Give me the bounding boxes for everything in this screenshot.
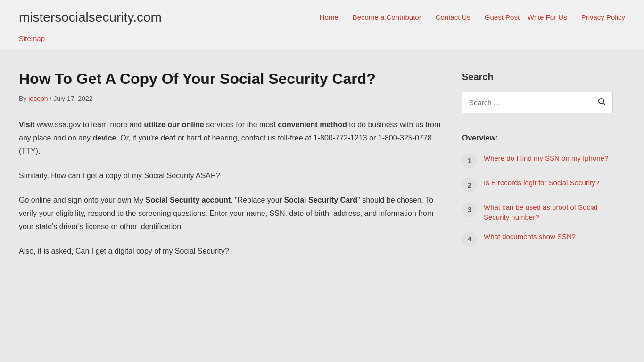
- overview-list: 1 Where do I find my SSN on my Iphone? 2…: [462, 153, 613, 247]
- sidebar: Search Overview: 1 Where do I find my SS…: [462, 69, 613, 269]
- overview-link-3[interactable]: What can be used as proof of Social Secu…: [484, 202, 613, 222]
- bold-device: device: [93, 134, 116, 142]
- svg-line-1: [603, 103, 604, 104]
- sidebar-search-section: Search: [462, 69, 613, 113]
- list-item: 1 Where do I find my SSN on my Iphone?: [462, 153, 613, 168]
- article-title: How To Get A Copy Of Your Social Securit…: [19, 69, 443, 89]
- bold-convenient: convenient method: [278, 121, 347, 129]
- search-box: [462, 92, 613, 113]
- search-button[interactable]: [591, 92, 612, 113]
- overview-number-4: 4: [462, 231, 477, 247]
- paragraph-4: Also, it is asked, Can I get a digital c…: [19, 245, 443, 258]
- nav-guest-post[interactable]: Guest Post – Write For Us: [485, 12, 567, 23]
- meta-author[interactable]: joseph: [28, 95, 48, 102]
- list-item: 3 What can be used as proof of Social Se…: [462, 202, 613, 222]
- bold-social-account: Social Security account: [146, 196, 231, 204]
- article-meta: By joseph / July 17, 2022: [19, 93, 443, 104]
- paragraph-1: Visit www.ssa.gov to learn more and util…: [19, 118, 443, 158]
- bold-visit: Visit: [19, 121, 35, 129]
- bottom-navigation: Sitemap: [19, 28, 625, 50]
- bold-utilize: utilize our online: [144, 121, 204, 129]
- list-item: 2 Is E records legit for Social Security…: [462, 178, 613, 193]
- overview-link-2[interactable]: Is E records legit for Social Security?: [484, 178, 599, 188]
- overview-link-4[interactable]: What documents show SSN?: [484, 231, 576, 241]
- top-navigation: Home Become a Contributor Contact Us Gue…: [320, 12, 625, 23]
- nav-privacy[interactable]: Privacy Policy: [581, 12, 625, 23]
- overview-number-2: 2: [462, 178, 477, 193]
- overview-number-3: 3: [462, 202, 477, 217]
- site-logo[interactable]: mistersocialsecurity.com: [19, 7, 162, 28]
- paragraph-2: Similarly, How can I get a copy of my So…: [19, 169, 443, 182]
- search-input[interactable]: [462, 93, 591, 112]
- meta-date: July 17, 2022: [53, 95, 92, 102]
- meta-separator: /: [50, 95, 51, 102]
- main-content: How To Get A Copy Of Your Social Securit…: [19, 69, 443, 269]
- search-title: Search: [462, 69, 613, 84]
- overview-number-1: 1: [462, 153, 477, 168]
- list-item: 4 What documents show SSN?: [462, 231, 613, 247]
- overview-title: Overview:: [462, 132, 613, 144]
- nav-contact[interactable]: Contact Us: [436, 12, 471, 23]
- sidebar-overview-section: Overview: 1 Where do I find my SSN on my…: [462, 132, 613, 247]
- nav-sitemap[interactable]: Sitemap: [19, 33, 45, 44]
- search-icon: [597, 97, 606, 106]
- nav-home[interactable]: Home: [320, 12, 339, 23]
- nav-contributor[interactable]: Become a Contributor: [353, 12, 421, 23]
- paragraph-3: Go online and sign onto your own My Soci…: [19, 194, 443, 233]
- meta-by: By: [19, 95, 26, 102]
- article-body: Visit www.ssa.gov to learn more and util…: [19, 118, 443, 258]
- bold-social-card: Social Security Card: [284, 196, 357, 204]
- overview-link-1[interactable]: Where do I find my SSN on my Iphone?: [484, 153, 608, 163]
